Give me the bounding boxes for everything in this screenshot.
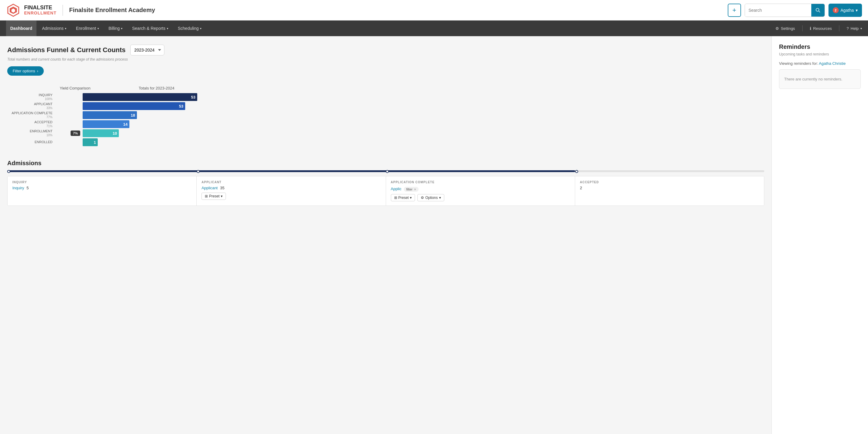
resources-link[interactable]: ℹ Resources (810, 26, 832, 31)
nav-label-search-reports: Search & Reports (132, 26, 165, 31)
card-count-inquiry: 5 (27, 186, 29, 190)
logo-area: FINALSITE ENROLLMENT Finalsite Enrollmen… (6, 3, 155, 18)
bar-area-app-complete: 18 (56, 111, 218, 119)
card-link-app-complete[interactable]: Applic (391, 187, 401, 191)
info-icon: ℹ (810, 26, 811, 31)
chart-row-app-complete: APPLICATION COMPLETE77% 18 (7, 111, 218, 119)
chevron-billing: ▾ (121, 27, 122, 30)
reminders-user-link[interactable]: Agatha Christie (819, 61, 846, 66)
card-count-applicant: 35 (220, 186, 224, 190)
tag-remove-button[interactable]: ✕ (414, 188, 416, 191)
bar-total-inquiry: 53 (83, 93, 197, 101)
settings-link[interactable]: ⚙ Settings (775, 26, 795, 31)
svg-line-4 (818, 11, 820, 12)
logo-icon (6, 3, 21, 18)
funnel-header: Admissions Funnel & Current Counts 2023-… (7, 44, 764, 56)
tag-label: filter (406, 188, 412, 191)
card-link-applicant[interactable]: Applicant (202, 186, 217, 190)
filter-options-button[interactable]: Filter options › (7, 66, 44, 76)
nav-bar: Dashboard Admissions ▾ Enrollment ▾ Bill… (0, 21, 868, 36)
resources-label: Resources (813, 26, 832, 31)
card-stage-inquiry: INQUIRY (12, 180, 191, 184)
chevron-admissions: ▾ (65, 27, 66, 30)
card-link-inquiry[interactable]: Inquiry (12, 186, 24, 190)
preset-button-app-complete[interactable]: ⊞ Preset ▾ (391, 194, 415, 201)
admissions-section: Admissions INQUIRY I (7, 160, 764, 206)
nav-item-scheduling[interactable]: Scheduling ▾ (174, 21, 206, 36)
chevron-enrollment: ▾ (97, 27, 99, 30)
bar-total-app-complete: 18 (83, 111, 137, 119)
chart-row-enrollment: ENROLLMENT10% 7% 10 (7, 129, 218, 137)
bar-num-enrolled: 1 (94, 140, 96, 145)
bar-area-inquiry: 53 (56, 93, 218, 101)
chart-header-row: Yield Comparison Totals for 2023-2024 (7, 86, 218, 91)
reminders-title: Reminders (779, 43, 861, 50)
bar-num-applicant: 53 (179, 104, 183, 108)
search-button[interactable] (811, 4, 825, 17)
logo-enrollment: ENROLLMENT (24, 11, 56, 15)
admission-cards: INQUIRY Inquiry 5 APPLICANT Applicant 35 (7, 176, 764, 206)
filter-arrow-icon: › (37, 69, 38, 73)
preset-icon-2: ⊞ (394, 196, 397, 200)
chart-label-app-complete: APPLICATION COMPLETE77% (7, 111, 56, 119)
progress-dot-3 (386, 170, 389, 173)
chevron-help: ▾ (861, 27, 862, 30)
funnel-subtitle: Total numbers and current counts for eac… (7, 57, 764, 62)
nav-label-billing: Billing (108, 26, 120, 31)
reminders-empty-text: There are currently no reminders. (784, 77, 842, 81)
add-button[interactable]: + (728, 4, 741, 17)
nav-right: ⚙ Settings ℹ Resources ? Help ▾ (775, 25, 862, 31)
reminders-empty: There are currently no reminders. (779, 69, 861, 89)
nav-item-dashboard[interactable]: Dashboard (6, 21, 36, 36)
preset-button-applicant[interactable]: ⊞ Preset ▾ (202, 193, 226, 200)
help-link[interactable]: ? Help ▾ (846, 26, 862, 31)
options-gear-icon: ⚙ (421, 196, 424, 200)
top-bar: FINALSITE ENROLLMENT Finalsite Enrollmen… (0, 0, 868, 21)
bar-total-enrolled: 1 (83, 138, 98, 146)
notification-badge: 2 (833, 7, 839, 13)
logo-finalsite: FINALSITE (24, 5, 56, 11)
bar-num-enrollment: 10 (113, 131, 117, 136)
bar-total-enrollment: 10 (83, 129, 119, 137)
chart-label-enrolled: ENROLLED (7, 140, 56, 144)
search-box (745, 4, 825, 17)
nav-item-admissions[interactable]: Admissions ▾ (38, 21, 70, 36)
bar-area-enrollment: 7% 10 (56, 129, 218, 137)
progress-dot-2 (197, 170, 200, 173)
reminders-subtitle: Upcoming tasks and reminders (779, 52, 861, 56)
chevron-search: ▾ (167, 27, 168, 30)
chart-label-applicant: APPLICANT33% (7, 102, 56, 110)
settings-label: Settings (781, 26, 795, 31)
admission-card-applicant: APPLICANT Applicant 35 ⊞ Preset ▾ (197, 176, 386, 205)
funnel-title: Admissions Funnel & Current Counts (7, 46, 125, 54)
card-filter-tag: filter ✕ (404, 187, 418, 192)
chart-totals-label: Totals for 2023-2024 (95, 86, 218, 91)
chart-label-accepted: ACCEPTED71% (7, 120, 56, 128)
year-selector[interactable]: 2023-2024 2022-2023 (130, 44, 164, 56)
filter-label: Filter options (13, 69, 35, 73)
card-stage-app-complete: APPLICATION COMPLETE (391, 180, 570, 184)
nav-item-enrollment[interactable]: Enrollment ▾ (72, 21, 103, 36)
chart-row-accepted: ACCEPTED71% 14 (7, 120, 218, 128)
search-input[interactable] (745, 4, 811, 17)
preset-icon: ⊞ (205, 194, 208, 198)
options-chevron: ▾ (439, 196, 441, 200)
options-button[interactable]: ⚙ Options ▾ (417, 194, 444, 201)
progress-fill (7, 170, 575, 172)
bar-applicant: 53 (83, 102, 185, 110)
bar-total-accepted: 14 (83, 120, 129, 128)
preset-label-applicant: Preset (209, 194, 220, 198)
user-name: Agatha (841, 8, 854, 13)
reminders-viewing-text: Viewing reminders for: (779, 61, 818, 66)
chart-row-inquiry: INQUIRY100% 53 (7, 93, 218, 101)
nav-item-search-reports[interactable]: Search & Reports ▾ (128, 21, 173, 36)
bar-yield-enrollment: 7% (56, 131, 83, 136)
card-stage-accepted: ACCEPTED (580, 180, 759, 184)
bar-enrollment: 10 (83, 129, 119, 137)
nav-item-billing[interactable]: Billing ▾ (104, 21, 127, 36)
nav-label-enrollment: Enrollment (76, 26, 96, 31)
user-menu-button[interactable]: 2 Agatha ▾ (829, 4, 862, 17)
bar-num-accepted: 14 (123, 122, 128, 127)
nav-divider-2 (839, 25, 839, 31)
nav-label-scheduling: Scheduling (178, 26, 199, 31)
